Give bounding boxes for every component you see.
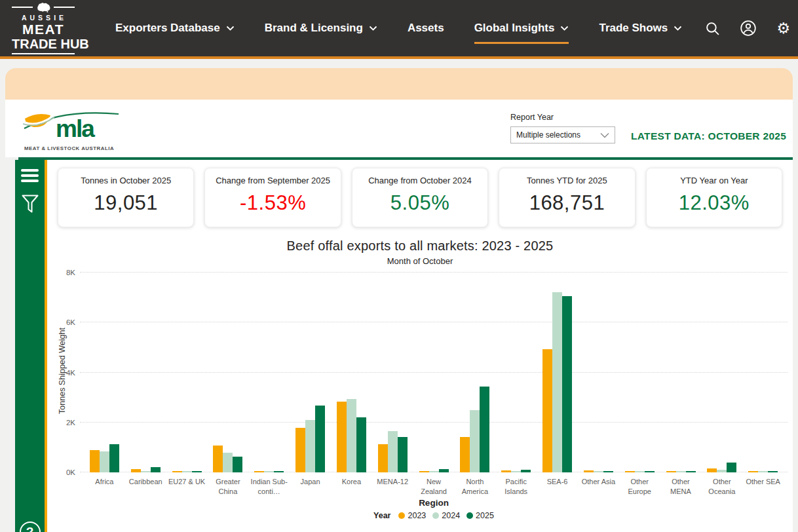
logo-rule-bottom <box>12 53 75 54</box>
tool-sidebar: ? <box>15 160 47 532</box>
bar-2025[interactable] <box>645 471 655 472</box>
report-year-dropdown[interactable]: Multiple selections <box>510 126 615 143</box>
nav-item-assets[interactable]: Assets <box>408 18 444 39</box>
legend-label: 2023 <box>408 511 426 520</box>
bar-2023[interactable] <box>172 471 182 472</box>
chevron-down-icon <box>226 26 235 31</box>
bar-chart: Tonnes Shipped Weight 0K2K4K6K8K AfricaC… <box>47 273 793 520</box>
bar-group <box>125 467 166 472</box>
bar-2025[interactable] <box>439 469 449 472</box>
x-axis-category-label: New Zealand <box>413 477 455 497</box>
bar-2024[interactable] <box>264 471 274 472</box>
bar-2023[interactable] <box>378 444 388 472</box>
bar-2024[interactable] <box>305 420 315 472</box>
bar-2024[interactable] <box>470 410 480 472</box>
legend-label: 2024 <box>442 511 460 520</box>
bar-2025[interactable] <box>356 417 366 472</box>
help-button[interactable]: ? <box>20 522 41 532</box>
bar-2023[interactable] <box>748 471 758 472</box>
bar-2025[interactable] <box>521 470 531 472</box>
kpi-card-ytd-yoy[interactable]: YTD Year on Year 12.03% <box>646 168 782 227</box>
bar-2025[interactable] <box>315 406 325 472</box>
bar-group <box>207 446 248 472</box>
bar-group <box>331 399 372 472</box>
nav-item-label: Assets <box>408 22 444 35</box>
kpi-card-change-prev-month[interactable]: Change from September 2025 -1.53% <box>204 168 341 227</box>
y-axis-title: Tonnes Shipped Weight <box>58 309 67 433</box>
nav-item-brand-licensing[interactable]: Brand & Licensing <box>265 18 377 39</box>
x-axis-category-label: MENA-12 <box>372 477 413 497</box>
bar-2024[interactable] <box>635 471 645 472</box>
bar-2024[interactable] <box>552 292 562 472</box>
bar-2025[interactable] <box>686 471 696 472</box>
x-axis-category-label: Other MENA <box>660 477 702 497</box>
nav-item-global-insights[interactable]: Global Insights <box>474 18 569 39</box>
bar-group <box>660 471 702 472</box>
kpi-card-tonnes-ytd[interactable]: Tonnes YTD for 2025 168,751 <box>499 168 635 227</box>
legend-item-2025[interactable]: 2025 <box>466 511 494 520</box>
bar-2025[interactable] <box>233 457 242 472</box>
bar-2024[interactable] <box>388 431 398 472</box>
bar-2025[interactable] <box>768 471 778 472</box>
bar-2025[interactable] <box>192 471 202 472</box>
bar-2025[interactable] <box>562 296 572 472</box>
bar-2023[interactable] <box>625 471 635 472</box>
bar-2023[interactable] <box>501 470 511 472</box>
nav-item-trade-shows[interactable]: Trade Shows <box>599 18 682 39</box>
kpi-card-change-prev-year[interactable]: Change from October 2024 5.05% <box>352 168 488 227</box>
kpi-label: YTD Year on Year <box>680 176 748 185</box>
bar-2025[interactable] <box>603 471 613 472</box>
bar-2023[interactable] <box>419 471 429 472</box>
bar-2024[interactable] <box>347 399 356 472</box>
y-axis-tick-label: 4K <box>66 369 75 377</box>
gridline <box>80 272 788 273</box>
bar-2024[interactable] <box>511 471 521 472</box>
bar-2023[interactable] <box>460 437 470 472</box>
bar-2024[interactable] <box>141 471 151 472</box>
bar-2023[interactable] <box>254 471 264 472</box>
bar-2024[interactable] <box>717 470 727 472</box>
bar-group <box>454 387 495 472</box>
bar-2023[interactable] <box>666 471 676 472</box>
kpi-card-tonnes-month[interactable]: Tonnes in October 2025 19,051 <box>58 168 194 227</box>
bar-2024[interactable] <box>182 471 192 472</box>
bar-2023[interactable] <box>213 446 223 472</box>
kpi-value: 19,051 <box>94 191 158 215</box>
settings-gear-icon[interactable]: ⚙ <box>776 21 790 36</box>
chart-plot <box>80 273 788 472</box>
chart-x-labels: AfricaCaribbeanEU27 & UKGreater ChinaInd… <box>80 477 788 497</box>
search-icon[interactable] <box>705 21 720 36</box>
bar-2025[interactable] <box>151 467 161 472</box>
chart-subtitle: Month of October <box>47 256 793 266</box>
nav-item-exporters-database[interactable]: Exporters Database <box>115 18 235 39</box>
bar-2023[interactable] <box>584 470 594 472</box>
bar-2024[interactable] <box>429 471 439 472</box>
bar-2024[interactable] <box>594 471 603 472</box>
bar-2023[interactable] <box>131 469 141 472</box>
y-axis-tick-label: 8K <box>66 269 75 276</box>
menu-icon[interactable] <box>21 166 39 185</box>
report-year-control: Report Year Multiple selections <box>510 113 615 143</box>
account-icon[interactable] <box>740 20 757 37</box>
bar-2025[interactable] <box>109 444 119 472</box>
filter-icon[interactable] <box>21 194 39 218</box>
aussie-meat-trade-hub-logo[interactable]: AUSSIE MEAT TRADE HUB <box>12 2 75 55</box>
bar-2024[interactable] <box>758 471 768 472</box>
bar-2025[interactable] <box>480 387 489 472</box>
legend-item-2024[interactable]: 2024 <box>432 511 460 520</box>
bar-2024[interactable] <box>676 471 686 472</box>
bar-2023[interactable] <box>707 468 717 472</box>
legend-item-2023[interactable]: 2023 <box>398 511 426 520</box>
nav-item-label: Brand & Licensing <box>265 22 363 35</box>
bar-2025[interactable] <box>398 437 408 472</box>
bar-2024[interactable] <box>223 453 233 472</box>
bar-2025[interactable] <box>727 463 736 472</box>
bar-2023[interactable] <box>295 428 305 472</box>
bar-2023[interactable] <box>90 450 100 472</box>
bar-group <box>701 463 742 472</box>
bar-2023[interactable] <box>337 402 347 472</box>
bar-2025[interactable] <box>274 471 284 472</box>
bar-2023[interactable] <box>542 349 552 472</box>
bar-2024[interactable] <box>100 451 109 472</box>
legend-items: 202320242025 <box>398 511 493 520</box>
